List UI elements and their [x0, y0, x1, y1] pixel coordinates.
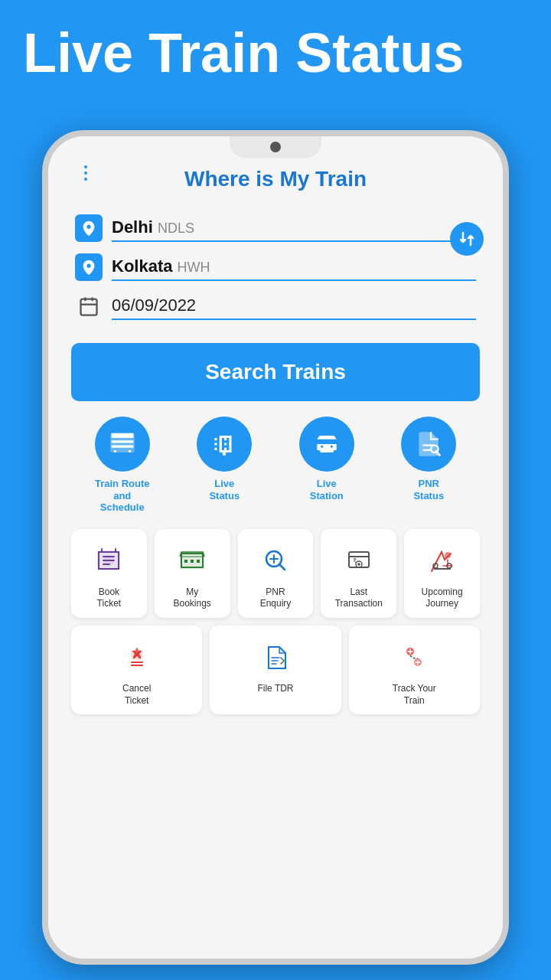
- from-station-icon: [75, 214, 103, 242]
- to-row: Kolkata HWH: [75, 253, 476, 281]
- pnr-status-icon: [401, 416, 456, 472]
- header-title: Live Train Status: [23, 23, 528, 83]
- swap-button[interactable]: [450, 222, 484, 256]
- side-button-right: [507, 305, 509, 358]
- date-icon: [75, 292, 103, 320]
- phone-screen: Where is My Train Delhi NDLS: [48, 136, 503, 959]
- svg-rect-0: [81, 299, 97, 315]
- svg-point-5: [115, 434, 117, 436]
- train-route-label: Train Routeand Schedule: [95, 478, 150, 514]
- svg-point-7: [122, 434, 125, 436]
- to-input[interactable]: Kolkata HWH: [112, 253, 476, 281]
- live-station-label: LiveStation: [310, 478, 344, 501]
- phone-frame: Where is My Train Delhi NDLS: [42, 130, 509, 965]
- train-route-icon: [95, 416, 150, 472]
- from-city: Delhi: [112, 217, 153, 237]
- upcoming-journey-label: UpcomingJourney: [422, 586, 463, 610]
- pnr-status-label: PNRStatus: [413, 478, 444, 501]
- search-trains-button[interactable]: Search Trains: [71, 343, 480, 401]
- svg-point-8: [223, 452, 227, 456]
- phone-notch: [230, 136, 321, 158]
- connector-dots: [84, 165, 87, 181]
- secondary-grid: CancelTicket File TDR: [71, 626, 480, 714]
- pnr-enquiry-label: PNREnquiry: [260, 586, 292, 610]
- my-bookings-icon: [172, 541, 212, 580]
- live-status-icon: [197, 416, 252, 472]
- svg-point-11: [103, 555, 114, 566]
- svg-point-17: [445, 552, 451, 558]
- my-bookings-item[interactable]: MyBookings: [155, 529, 230, 618]
- pnr-enquiry-item[interactable]: PNREnquiry: [238, 529, 314, 618]
- live-status-label: LiveStatus: [209, 478, 240, 501]
- cancel-ticket-item[interactable]: CancelTicket: [71, 626, 202, 714]
- live-station-icon: [299, 416, 354, 472]
- camera: [270, 142, 281, 152]
- book-ticket-icon: [89, 541, 129, 580]
- from-input[interactable]: Delhi NDLS: [112, 214, 476, 242]
- last-transaction-icon: ₹: [339, 541, 379, 580]
- svg-point-6: [119, 434, 121, 436]
- my-bookings-label: MyBookings: [174, 586, 211, 610]
- side-button-left: [42, 289, 44, 328]
- svg-text:₹: ₹: [353, 557, 357, 564]
- quick-action-train-route[interactable]: Train Routeand Schedule: [95, 416, 150, 514]
- quick-action-live-status[interactable]: LiveStatus: [197, 416, 252, 514]
- upcoming-journey-icon: [422, 541, 462, 580]
- app-screen: Where is My Train Delhi NDLS: [48, 136, 503, 959]
- file-tdr-label: File TDR: [257, 683, 293, 695]
- track-train-label: Track YourTrain: [393, 683, 436, 707]
- file-tdr-icon: [256, 637, 295, 677]
- to-code: HWH: [178, 260, 210, 275]
- quick-action-pnr-status[interactable]: PNRStatus: [401, 416, 456, 514]
- cancel-ticket-label: CancelTicket: [122, 683, 151, 707]
- cancel-ticket-icon: [117, 637, 157, 677]
- last-transaction-item[interactable]: ₹ LastTransaction: [321, 529, 396, 618]
- search-form: Delhi NDLS: [71, 214, 480, 320]
- quick-action-live-station[interactable]: LiveStation: [299, 416, 354, 514]
- upcoming-journey-item[interactable]: UpcomingJourney: [404, 529, 480, 618]
- to-city: Kolkata: [112, 256, 172, 276]
- app-title: Where is My Train: [71, 167, 480, 191]
- date-input[interactable]: [112, 292, 476, 320]
- book-ticket-label: BookTicket: [97, 586, 122, 610]
- quick-actions-bar: Train Routeand Schedule LiveStatus: [71, 416, 480, 514]
- book-ticket-item[interactable]: BookTicket: [71, 529, 147, 618]
- last-transaction-label: LastTransaction: [335, 586, 383, 610]
- track-train-item[interactable]: Track YourTrain: [349, 626, 480, 714]
- main-grid: BookTicket MyBookings: [71, 529, 480, 618]
- date-row: [75, 292, 476, 320]
- app-header: Live Train Status: [0, 0, 551, 99]
- from-code: NDLS: [158, 220, 194, 236]
- track-train-icon: [394, 637, 434, 677]
- from-row: Delhi NDLS: [75, 214, 476, 242]
- to-station-icon: [75, 253, 103, 281]
- pnr-enquiry-icon: [256, 541, 295, 580]
- file-tdr-item[interactable]: File TDR: [210, 626, 341, 714]
